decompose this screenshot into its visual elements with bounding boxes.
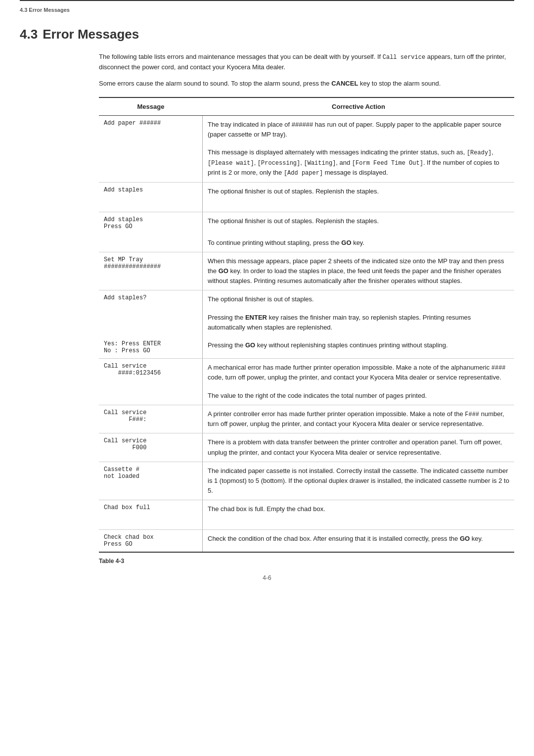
message-text: Add staples [104, 187, 143, 193]
action-cell: The chad box is full. Empty the chad box… [203, 500, 514, 529]
section-title: Error Messages [43, 27, 139, 42]
section-header: 4.3Error Messages [0, 13, 534, 52]
msg-cell-empty [99, 309, 203, 336]
msg-cell: Call service F###: [99, 405, 203, 433]
message-text: Add staples? [104, 294, 146, 301]
content-area: The following table lists errors and mai… [0, 52, 534, 565]
col-message-header: Message [99, 101, 203, 112]
action-cell: The value to the right of the code indic… [203, 387, 514, 405]
page-container: 4.3 Error Messages 4.3Error Messages The… [0, 0, 534, 756]
action-cell: To continue printing without stapling, p… [203, 234, 514, 252]
section-number: 4.3 [20, 27, 38, 42]
action-cell: A mechanical error has made further prin… [203, 359, 514, 387]
error-table: Message Corrective Action Add paper ####… [99, 97, 514, 553]
msg-cell: Cassette #not loaded [99, 462, 203, 500]
table-header: Message Corrective Action [99, 98, 514, 116]
action-cell: A printer controller error has made furt… [203, 405, 514, 433]
msg-cell: Add staples [99, 183, 203, 212]
table-row: Pressing the ENTER key raises the finish… [99, 309, 514, 336]
action-cell: When this message appears, place paper 2… [203, 252, 514, 290]
message-text: Set MP Tray################ [104, 256, 161, 270]
action-cell: The optional finisher is out of staples. [203, 290, 514, 308]
table-caption: Table 4-3 [99, 553, 514, 565]
action-cell: The indicated paper cassette is not inst… [203, 462, 514, 500]
table-row: Call service F###: A printer controller … [99, 405, 514, 434]
action-cell: There is a problem with data transfer be… [203, 433, 514, 461]
table-row: Add paper ###### The tray indicated in p… [99, 116, 514, 143]
message-text: Cassette #not loaded [104, 466, 139, 480]
message-text: Chad box full [104, 504, 150, 511]
msg-cell: Add staplesPress GO [99, 212, 203, 234]
table-row: Chad box full The chad box is full. Empt… [99, 500, 514, 530]
col-action-header: Corrective Action [203, 101, 514, 112]
msg-cell-empty [99, 387, 203, 405]
table-row: Check chad boxPress GO Check the conditi… [99, 530, 514, 552]
msg-cell: Chad box full [99, 500, 203, 529]
msg-cell: Yes: Press ENTERNo : Press GO [99, 336, 203, 358]
message-text: Yes: Press ENTERNo : Press GO [104, 340, 161, 354]
table-row: Yes: Press ENTERNo : Press GO Pressing t… [99, 336, 514, 359]
page-footer: 4-6 [0, 565, 534, 586]
action-cell: Check the condition of the chad box. Aft… [203, 530, 514, 552]
msg-cell: Add paper ###### [99, 116, 203, 143]
intro-paragraph-1: The following table lists errors and mai… [99, 52, 514, 73]
msg-cell: Call service F000 [99, 433, 203, 461]
msg-cell: Check chad boxPress GO [99, 530, 203, 552]
table-row: Set MP Tray################ When this me… [99, 252, 514, 290]
breadcrumb: 4.3 Error Messages [0, 4, 534, 13]
msg-cell: Set MP Tray################ [99, 252, 203, 290]
table-row: Cassette #not loaded The indicated paper… [99, 462, 514, 500]
msg-cell: Add staples? [99, 290, 203, 308]
message-text: Call service F###: [104, 409, 146, 423]
table-row: To continue printing without stapling, p… [99, 234, 514, 252]
table-row: The value to the right of the code indic… [99, 387, 514, 405]
table-row: Add staples? The optional finisher is ou… [99, 290, 514, 308]
action-cell: The optional finisher is out of staples.… [203, 212, 514, 234]
msg-cell-empty [99, 143, 203, 182]
intro-paragraph-2: Some errors cause the alarm sound to sou… [99, 79, 514, 89]
action-cell: The tray indicated in place of ###### ha… [203, 116, 514, 143]
message-text: Check chad boxPress GO [104, 534, 154, 548]
message-text: Call service ####:0123456 [104, 363, 161, 377]
table-row: This message is displayed alternately wi… [99, 143, 514, 183]
top-rule [20, 0, 514, 4]
message-text: Call service F000 [104, 437, 146, 451]
action-cell: Pressing the ENTER key raises the finish… [203, 309, 514, 336]
action-cell: This message is displayed alternately wi… [203, 143, 514, 182]
table-row: Call service ####:0123456 A mechanical e… [99, 359, 514, 387]
action-cell: The optional finisher is out of staples.… [203, 183, 514, 212]
msg-cell: Call service ####:0123456 [99, 359, 203, 387]
action-cell: Pressing the GO key without replenishing… [203, 336, 514, 358]
page-number: 4-6 [263, 574, 271, 581]
table-row: Call service F000 There is a problem wit… [99, 433, 514, 462]
table-row: Add staples The optional finisher is out… [99, 183, 514, 212]
message-text: Add staplesPress GO [104, 216, 143, 230]
table-row: Add staplesPress GO The optional finishe… [99, 212, 514, 234]
msg-cell-empty [99, 234, 203, 252]
message-text: Add paper ###### [104, 120, 161, 127]
